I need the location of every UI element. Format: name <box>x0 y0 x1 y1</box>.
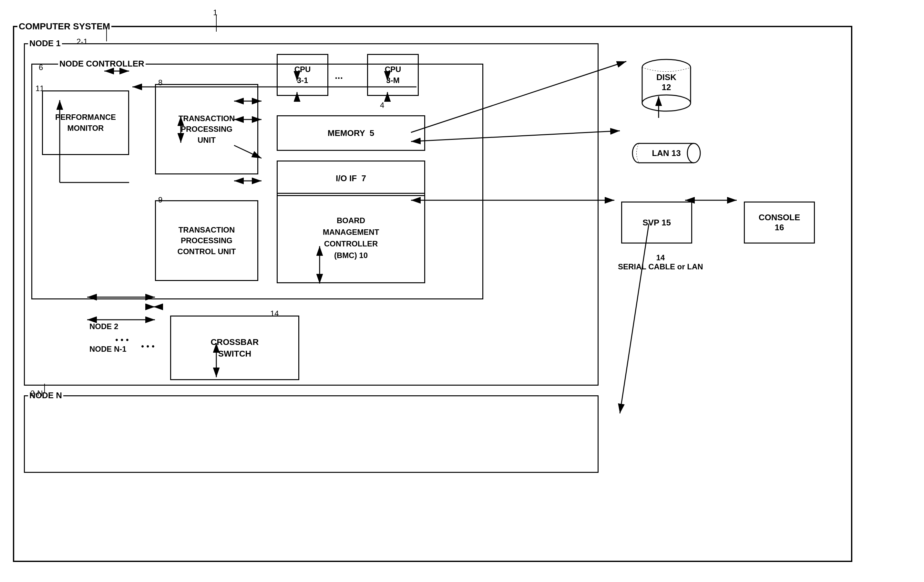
svp-label: SVP 15 <box>642 218 671 228</box>
cpum-label: CPU3-M <box>385 64 401 86</box>
ref-9-label: 9 <box>158 195 162 205</box>
diagram-container: 1 COMPUTER SYSTEM NODE 1 2-1 NODE CONTRO… <box>7 7 917 575</box>
nodeN1-label: NODE N-1 <box>89 345 127 354</box>
lan-box: LAN 13 <box>628 137 705 169</box>
memory-box: MEMORY 5 <box>277 115 425 151</box>
computer-system-label: COMPUTER SYSTEM <box>17 21 111 31</box>
performance-monitor-label: PERFORMANCEMONITOR <box>55 112 116 133</box>
node1-box: NODE 1 2-1 NODE CONTROLLER 6 PERFORMANCE… <box>24 43 599 385</box>
ref-11-label: 11 <box>36 84 44 93</box>
console-label: CONSOLE16 <box>759 213 800 233</box>
cpu1-box: CPU3-1 <box>277 54 328 96</box>
ref-2-1-label: 2-1 <box>76 37 88 46</box>
ioif-box: I/O IF 7 <box>277 160 425 196</box>
ref-6-label: 6 <box>39 63 43 72</box>
bmc-box: BOARDMANAGEMENTCONTROLLER(BMC) 10 <box>277 193 425 283</box>
cpu1-label: CPU3-1 <box>294 64 311 86</box>
tpcu-box: TRANSACTIONPROCESSINGCONTROL UNIT <box>155 200 258 281</box>
performance-monitor-box: PERFORMANCEMONITOR <box>42 91 129 155</box>
ref-2N-label: 2-N <box>30 389 43 398</box>
ioif-label: I/O IF <box>336 174 361 184</box>
cpum-box: CPU3-M <box>367 54 419 96</box>
node2-label: NODE 2 <box>89 322 118 331</box>
ref-4-label: 4 <box>380 101 384 110</box>
lan-label: LAN 13 <box>652 148 681 158</box>
ref-7-label: 7 <box>361 174 366 184</box>
ref-14-inside-label: 14 <box>270 309 279 318</box>
cpu-dots: ... <box>335 70 343 81</box>
ref-1-label: 1 <box>213 8 217 17</box>
tpu-box: TRANSACTIONPROCESSINGUNIT <box>155 84 258 174</box>
serial-cable-label: 14SERIAL CABLE or LAN <box>618 253 703 271</box>
nodeN-box: NODE N <box>24 395 599 473</box>
memory-label: MEMORY <box>328 128 370 138</box>
node-dots1: • • • <box>115 335 129 345</box>
svp-box: SVP 15 <box>621 202 692 243</box>
disk-label: DISK12 <box>657 72 676 93</box>
console-box: CONSOLE16 <box>744 202 815 243</box>
ref-8-label: 8 <box>158 78 162 87</box>
node-controller-label: NODE CONTROLLER <box>58 59 145 69</box>
tpu-label: TRANSACTIONPROCESSINGUNIT <box>178 113 235 146</box>
crossbar-switch-box: CROSSBARSWITCH <box>170 316 299 380</box>
svg-point-4 <box>642 95 691 111</box>
ref-5-label: 5 <box>370 128 374 138</box>
crossbar-label: CROSSBARSWITCH <box>211 336 259 360</box>
disk-box: DISK12 <box>634 53 699 117</box>
bmc-label: BOARDMANAGEMENTCONTROLLER(BMC) 10 <box>323 215 380 261</box>
node1-label: NODE 1 <box>28 38 62 48</box>
computer-system-box: COMPUTER SYSTEM NODE 1 2-1 NODE CONTROLL… <box>13 26 852 562</box>
node-dots2: • • • <box>141 341 155 351</box>
svg-point-9 <box>687 144 700 163</box>
tpcu-label: TRANSACTIONPROCESSINGCONTROL UNIT <box>178 225 236 257</box>
